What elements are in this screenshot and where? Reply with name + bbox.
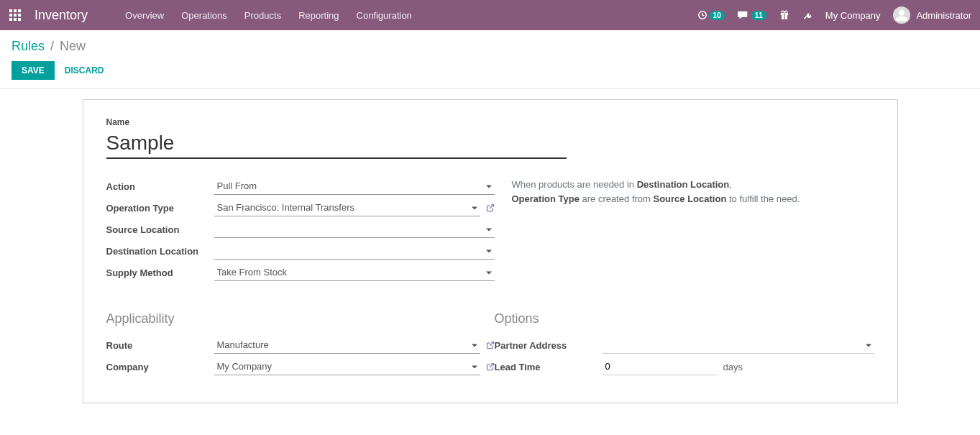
- svg-rect-12: [784, 14, 784, 19]
- supply-method-label: Supply Method: [106, 267, 214, 278]
- nav-configuration[interactable]: Configuration: [348, 0, 421, 30]
- action-buttons: Save Discard: [12, 61, 968, 80]
- svg-line-17: [490, 342, 494, 347]
- user-menu[interactable]: Administrator: [887, 6, 971, 24]
- navbar: Inventory Overview Operations Products R…: [0, 0, 980, 30]
- breadcrumb-current: New: [60, 39, 86, 54]
- save-button[interactable]: Save: [12, 61, 55, 80]
- svg-rect-4: [14, 14, 17, 17]
- supply-method-select[interactable]: [214, 264, 495, 281]
- help-text: When products are needed in Destination …: [512, 178, 874, 206]
- destination-location-select[interactable]: [214, 242, 495, 260]
- svg-rect-0: [9, 9, 12, 12]
- lead-time-label: Lead Time: [495, 362, 603, 372]
- name-input[interactable]: [106, 129, 567, 159]
- activities-badge: 10: [710, 11, 725, 20]
- operation-type-select[interactable]: [214, 199, 480, 216]
- lead-time-suffix: days: [723, 362, 743, 372]
- svg-line-16: [490, 205, 494, 209]
- nav-overview[interactable]: Overview: [116, 0, 173, 30]
- svg-rect-2: [18, 9, 21, 12]
- lead-time-input[interactable]: [603, 358, 718, 375]
- action-label: Action: [106, 181, 214, 192]
- company-label: Company: [106, 362, 214, 372]
- route-select[interactable]: [214, 336, 480, 354]
- operation-type-label: Operation Type: [106, 203, 214, 214]
- form-sheet: Name Action Operation Type: [83, 99, 898, 403]
- control-panel: Rules / New Save Discard: [0, 30, 980, 89]
- breadcrumb-sep: /: [50, 39, 54, 54]
- external-link-icon[interactable]: [486, 203, 495, 212]
- messages-icon[interactable]: 11: [732, 0, 772, 30]
- messages-badge: 11: [751, 11, 766, 20]
- avatar: [893, 6, 910, 24]
- options-section-title: Options: [495, 311, 874, 326]
- name-label: Name: [106, 117, 874, 127]
- partner-address-label: Partner Address: [495, 340, 603, 351]
- destination-location-label: Destination Location: [106, 246, 214, 257]
- nav-reporting[interactable]: Reporting: [290, 0, 347, 30]
- svg-rect-6: [9, 18, 12, 21]
- source-location-label: Source Location: [106, 224, 214, 235]
- svg-rect-1: [14, 9, 17, 12]
- svg-rect-5: [18, 14, 21, 17]
- svg-rect-7: [14, 18, 17, 21]
- apps-icon[interactable]: [0, 0, 30, 30]
- user-name: Administrator: [916, 10, 971, 21]
- discard-button[interactable]: Discard: [65, 65, 104, 75]
- breadcrumb: Rules / New: [12, 39, 968, 54]
- activities-icon[interactable]: 10: [692, 0, 731, 30]
- breadcrumb-rules[interactable]: Rules: [12, 39, 45, 54]
- svg-point-14: [784, 11, 787, 13]
- external-link-icon[interactable]: [486, 341, 495, 349]
- nav-menu: Overview Operations Products Reporting C…: [116, 0, 421, 30]
- svg-rect-8: [18, 18, 21, 21]
- app-brand[interactable]: Inventory: [35, 8, 88, 23]
- gift-icon[interactable]: [774, 0, 795, 30]
- partner-address-select[interactable]: [603, 336, 874, 354]
- action-select[interactable]: [214, 178, 495, 195]
- route-label: Route: [106, 340, 214, 351]
- developer-tools-icon[interactable]: [797, 0, 818, 30]
- company-switcher[interactable]: My Company: [820, 0, 887, 30]
- svg-point-13: [782, 11, 784, 13]
- external-link-icon[interactable]: [486, 362, 495, 371]
- source-location-select[interactable]: [214, 221, 495, 238]
- nav-products[interactable]: Products: [236, 0, 290, 30]
- svg-line-18: [490, 364, 494, 368]
- nav-operations[interactable]: Operations: [173, 0, 236, 30]
- svg-point-15: [899, 10, 905, 16]
- applicability-section-title: Applicability: [106, 311, 495, 326]
- form-background: Name Action Operation Type: [0, 89, 980, 421]
- company-select[interactable]: [214, 358, 480, 375]
- svg-rect-3: [9, 14, 12, 17]
- nav-right: 10 11 My Company Administrator: [692, 0, 980, 30]
